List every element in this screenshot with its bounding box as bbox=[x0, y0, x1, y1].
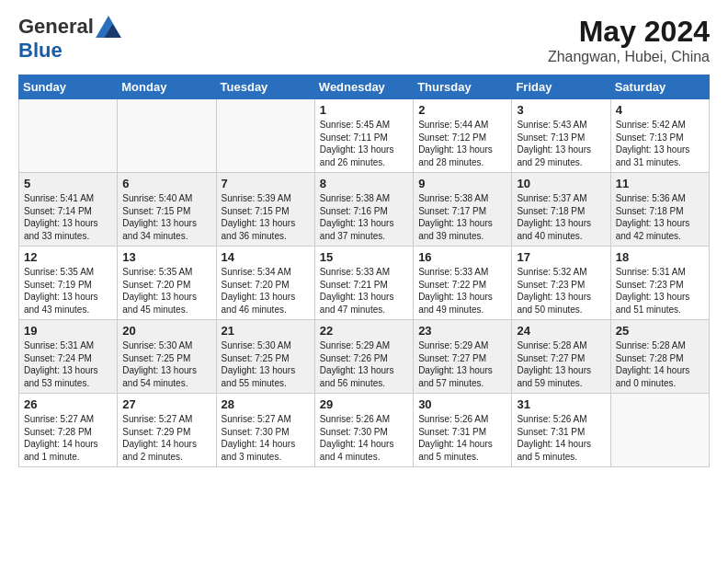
logo-icon bbox=[96, 16, 121, 38]
calendar-table: SundayMondayTuesdayWednesdayThursdayFrid… bbox=[18, 75, 710, 467]
calendar-cell: 29Sunrise: 5:26 AM Sunset: 7:30 PM Dayli… bbox=[314, 394, 413, 467]
day-info: Sunrise: 5:44 AM Sunset: 7:12 PM Dayligh… bbox=[418, 119, 506, 168]
calendar-week-row: 1Sunrise: 5:45 AM Sunset: 7:11 PM Daylig… bbox=[19, 99, 710, 173]
calendar-cell: 19Sunrise: 5:31 AM Sunset: 7:24 PM Dayli… bbox=[19, 320, 118, 394]
day-number: 14 bbox=[222, 250, 310, 264]
calendar-header-thursday: Thursday bbox=[414, 75, 512, 99]
calendar-cell: 2Sunrise: 5:44 AM Sunset: 7:12 PM Daylig… bbox=[414, 99, 512, 173]
day-info: Sunrise: 5:43 AM Sunset: 7:13 PM Dayligh… bbox=[517, 119, 605, 168]
day-info: Sunrise: 5:30 AM Sunset: 7:25 PM Dayligh… bbox=[222, 339, 310, 389]
day-number: 30 bbox=[418, 397, 506, 411]
calendar-cell: 12Sunrise: 5:35 AM Sunset: 7:19 PM Dayli… bbox=[19, 247, 118, 320]
day-info: Sunrise: 5:40 AM Sunset: 7:15 PM Dayligh… bbox=[122, 192, 210, 242]
title-block: May 2024 Zhangwan, Hubei, China bbox=[548, 15, 710, 65]
day-number: 6 bbox=[122, 177, 210, 190]
day-info: Sunrise: 5:26 AM Sunset: 7:30 PM Dayligh… bbox=[320, 413, 408, 463]
calendar-cell: 31Sunrise: 5:26 AM Sunset: 7:31 PM Dayli… bbox=[512, 394, 610, 467]
day-info: Sunrise: 5:33 AM Sunset: 7:22 PM Dayligh… bbox=[418, 266, 506, 316]
day-number: 25 bbox=[616, 324, 704, 338]
calendar-cell: 1Sunrise: 5:45 AM Sunset: 7:11 PM Daylig… bbox=[314, 99, 413, 173]
day-number: 13 bbox=[122, 250, 210, 264]
calendar-cell: 9Sunrise: 5:38 AM Sunset: 7:17 PM Daylig… bbox=[414, 173, 512, 247]
day-info: Sunrise: 5:41 AM Sunset: 7:14 PM Dayligh… bbox=[24, 192, 112, 242]
day-number: 24 bbox=[517, 324, 605, 338]
day-info: Sunrise: 5:28 AM Sunset: 7:27 PM Dayligh… bbox=[517, 339, 605, 389]
day-info: Sunrise: 5:35 AM Sunset: 7:20 PM Dayligh… bbox=[122, 266, 210, 316]
header: General Blue May 2024 Zhangwan, Hubei, C… bbox=[18, 15, 710, 65]
logo: General Blue bbox=[18, 15, 121, 63]
day-info: Sunrise: 5:31 AM Sunset: 7:24 PM Dayligh… bbox=[24, 339, 112, 389]
day-number: 23 bbox=[418, 324, 506, 338]
day-info: Sunrise: 5:30 AM Sunset: 7:25 PM Dayligh… bbox=[122, 339, 210, 389]
day-number: 8 bbox=[320, 177, 408, 190]
calendar-cell: 15Sunrise: 5:33 AM Sunset: 7:21 PM Dayli… bbox=[314, 247, 413, 320]
calendar-cell: 23Sunrise: 5:29 AM Sunset: 7:27 PM Dayli… bbox=[414, 320, 512, 394]
day-number: 29 bbox=[320, 397, 408, 411]
calendar-cell: 16Sunrise: 5:33 AM Sunset: 7:22 PM Dayli… bbox=[414, 247, 512, 320]
day-info: Sunrise: 5:29 AM Sunset: 7:27 PM Dayligh… bbox=[418, 339, 506, 389]
calendar-header-saturday: Saturday bbox=[610, 75, 709, 99]
logo-blue: Blue bbox=[18, 39, 63, 62]
calendar-cell bbox=[118, 99, 216, 173]
day-number: 10 bbox=[517, 177, 605, 190]
calendar-cell: 25Sunrise: 5:28 AM Sunset: 7:28 PM Dayli… bbox=[610, 320, 709, 394]
day-info: Sunrise: 5:37 AM Sunset: 7:18 PM Dayligh… bbox=[517, 192, 605, 242]
day-number: 7 bbox=[222, 177, 310, 190]
day-info: Sunrise: 5:38 AM Sunset: 7:17 PM Dayligh… bbox=[418, 192, 506, 242]
calendar-cell: 28Sunrise: 5:27 AM Sunset: 7:30 PM Dayli… bbox=[216, 394, 314, 467]
calendar-cell bbox=[19, 99, 118, 173]
calendar-cell: 30Sunrise: 5:26 AM Sunset: 7:31 PM Dayli… bbox=[414, 394, 512, 467]
logo-text: General bbox=[18, 15, 121, 39]
day-info: Sunrise: 5:28 AM Sunset: 7:28 PM Dayligh… bbox=[616, 339, 704, 389]
calendar-cell: 8Sunrise: 5:38 AM Sunset: 7:16 PM Daylig… bbox=[314, 173, 413, 247]
calendar-cell: 24Sunrise: 5:28 AM Sunset: 7:27 PM Dayli… bbox=[512, 320, 610, 394]
calendar-header-wednesday: Wednesday bbox=[314, 75, 413, 99]
calendar-week-row: 19Sunrise: 5:31 AM Sunset: 7:24 PM Dayli… bbox=[19, 320, 710, 394]
day-info: Sunrise: 5:27 AM Sunset: 7:28 PM Dayligh… bbox=[24, 413, 112, 463]
day-number: 18 bbox=[616, 250, 704, 264]
day-info: Sunrise: 5:32 AM Sunset: 7:23 PM Dayligh… bbox=[517, 266, 605, 316]
calendar-header-friday: Friday bbox=[512, 75, 610, 99]
calendar-cell: 26Sunrise: 5:27 AM Sunset: 7:28 PM Dayli… bbox=[19, 394, 118, 467]
day-number: 1 bbox=[320, 103, 408, 117]
calendar-cell: 27Sunrise: 5:27 AM Sunset: 7:29 PM Dayli… bbox=[118, 394, 216, 467]
calendar-cell: 14Sunrise: 5:34 AM Sunset: 7:20 PM Dayli… bbox=[216, 247, 314, 320]
day-info: Sunrise: 5:31 AM Sunset: 7:23 PM Dayligh… bbox=[616, 266, 704, 316]
calendar-week-row: 26Sunrise: 5:27 AM Sunset: 7:28 PM Dayli… bbox=[19, 394, 710, 467]
calendar-week-row: 5Sunrise: 5:41 AM Sunset: 7:14 PM Daylig… bbox=[19, 173, 710, 247]
day-info: Sunrise: 5:34 AM Sunset: 7:20 PM Dayligh… bbox=[222, 266, 310, 316]
day-info: Sunrise: 5:38 AM Sunset: 7:16 PM Dayligh… bbox=[320, 192, 408, 242]
day-number: 17 bbox=[517, 250, 605, 264]
calendar-cell: 20Sunrise: 5:30 AM Sunset: 7:25 PM Dayli… bbox=[118, 320, 216, 394]
calendar-header-sunday: Sunday bbox=[19, 75, 118, 99]
day-info: Sunrise: 5:26 AM Sunset: 7:31 PM Dayligh… bbox=[418, 413, 506, 463]
day-number: 5 bbox=[24, 177, 112, 190]
day-number: 11 bbox=[616, 177, 704, 190]
location: Zhangwan, Hubei, China bbox=[548, 49, 710, 65]
calendar-header-row: SundayMondayTuesdayWednesdayThursdayFrid… bbox=[19, 75, 710, 99]
calendar-week-row: 12Sunrise: 5:35 AM Sunset: 7:19 PM Dayli… bbox=[19, 247, 710, 320]
day-info: Sunrise: 5:42 AM Sunset: 7:13 PM Dayligh… bbox=[616, 119, 704, 168]
day-info: Sunrise: 5:33 AM Sunset: 7:21 PM Dayligh… bbox=[320, 266, 408, 316]
day-number: 2 bbox=[418, 103, 506, 117]
calendar-cell: 5Sunrise: 5:41 AM Sunset: 7:14 PM Daylig… bbox=[19, 173, 118, 247]
day-number: 28 bbox=[222, 397, 310, 411]
day-number: 15 bbox=[320, 250, 408, 264]
day-info: Sunrise: 5:36 AM Sunset: 7:18 PM Dayligh… bbox=[616, 192, 704, 242]
calendar-cell: 22Sunrise: 5:29 AM Sunset: 7:26 PM Dayli… bbox=[314, 320, 413, 394]
calendar-cell: 18Sunrise: 5:31 AM Sunset: 7:23 PM Dayli… bbox=[610, 247, 709, 320]
calendar-cell: 21Sunrise: 5:30 AM Sunset: 7:25 PM Dayli… bbox=[216, 320, 314, 394]
day-info: Sunrise: 5:35 AM Sunset: 7:19 PM Dayligh… bbox=[24, 266, 112, 316]
day-info: Sunrise: 5:26 AM Sunset: 7:31 PM Dayligh… bbox=[517, 413, 605, 463]
day-info: Sunrise: 5:27 AM Sunset: 7:29 PM Dayligh… bbox=[122, 413, 210, 463]
month-title: May 2024 bbox=[548, 15, 710, 49]
calendar-cell bbox=[216, 99, 314, 173]
calendar-cell: 7Sunrise: 5:39 AM Sunset: 7:15 PM Daylig… bbox=[216, 173, 314, 247]
calendar-cell bbox=[610, 394, 709, 467]
calendar-cell: 11Sunrise: 5:36 AM Sunset: 7:18 PM Dayli… bbox=[610, 173, 709, 247]
calendar-cell: 4Sunrise: 5:42 AM Sunset: 7:13 PM Daylig… bbox=[610, 99, 709, 173]
day-info: Sunrise: 5:45 AM Sunset: 7:11 PM Dayligh… bbox=[320, 119, 408, 168]
day-number: 26 bbox=[24, 397, 112, 411]
day-number: 31 bbox=[517, 397, 605, 411]
calendar-cell: 10Sunrise: 5:37 AM Sunset: 7:18 PM Dayli… bbox=[512, 173, 610, 247]
